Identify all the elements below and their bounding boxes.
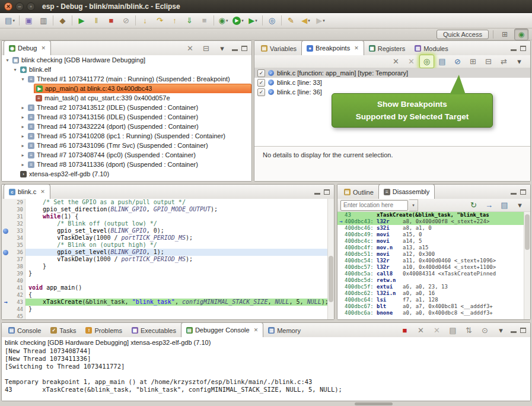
external-tools-button[interactable]: ▶▾ bbox=[246, 14, 260, 27]
disassembly-row[interactable]: 400dbc6a:bnonea0, a0, 0x400dbc8 <__adddf… bbox=[337, 310, 524, 316]
breakpoint-marker-icon[interactable] bbox=[3, 229, 8, 234]
disassembly-row[interactable]: 400dbc5a:call80x40084314 <xTaskCreatePin… bbox=[337, 271, 524, 277]
disassembly-row[interactable]: 400dbc51:movia12, 0x300 bbox=[337, 251, 524, 258]
debug-tree-item[interactable]: ▸≡Thread #6 1073431096 (Tmr Svc) (Suspen… bbox=[2, 141, 251, 150]
debug-tree-item[interactable]: ▸≡Thread #3 1073413156 (IDLE) (Suspended… bbox=[2, 112, 251, 122]
disassembly-row[interactable]: 400dbc64:lsif7, a1, 128 bbox=[337, 297, 524, 303]
editor-maximize-button[interactable] bbox=[324, 189, 330, 195]
collapse-twisty-icon[interactable]: ▾ bbox=[4, 58, 11, 63]
editor-marker-gutter[interactable] bbox=[2, 313, 9, 319]
tab-registers[interactable]: ▦Registers bbox=[364, 42, 410, 55]
editor-marker-gutter[interactable] bbox=[2, 256, 9, 263]
expand-twisty-icon[interactable]: ▸ bbox=[20, 162, 26, 167]
tab-executables[interactable]: ▦Executables bbox=[127, 323, 181, 337]
disassembly-row[interactable]: 400dbc4f:mov.na13, a15 bbox=[337, 245, 524, 251]
disassembly-listing[interactable]: 43xTaskCreate(&blink_task, "blink_tas→40… bbox=[337, 212, 524, 319]
breakpoints-minimize-button[interactable] bbox=[511, 46, 517, 51]
editor-line[interactable]: 32 /* Blink off (output low) */ bbox=[2, 220, 334, 227]
step-over-button[interactable]: ↷ bbox=[152, 14, 167, 27]
location-dropdown-icon[interactable]: ▾ bbox=[409, 199, 418, 211]
breakpoint-item[interactable]: ✓✓blink.c [line: 33] bbox=[254, 78, 530, 87]
debug-tree-item[interactable]: ≡main_task() at cpu_start.c:339 0x400d05… bbox=[2, 93, 251, 103]
debug-tree-item[interactable]: ▸≡Thread #7 1073408744 (ipc0) (Suspended… bbox=[2, 150, 251, 160]
breakpoint-marker-icon[interactable] bbox=[3, 250, 8, 255]
open-perspective-button[interactable]: ⊞ bbox=[498, 28, 512, 40]
editor-line[interactable]: 37 vTaskDelay(1000 / portTICK_PERIOD_MS)… bbox=[2, 256, 334, 263]
editor-marker-gutter[interactable] bbox=[2, 234, 9, 242]
remove-launch-button[interactable]: ✕ bbox=[413, 323, 428, 337]
disassembly-maximize-button[interactable] bbox=[520, 189, 526, 195]
editor-line[interactable]: 30 gpio_set_direction(BLINK_GPIO, GPIO_M… bbox=[2, 206, 334, 213]
terminate-button[interactable]: ■ bbox=[104, 14, 119, 27]
editor-line[interactable]: 45 bbox=[2, 313, 334, 319]
editor-marker-gutter[interactable] bbox=[2, 270, 9, 277]
step-return-button[interactable]: ↑ bbox=[167, 14, 182, 27]
breakpoints-maximize-button[interactable] bbox=[520, 46, 526, 51]
breakpoint-item[interactable]: ✓✓blink.c [function: app_main] [type: Te… bbox=[254, 68, 530, 78]
debug-tree-item[interactable]: ▶app_main() at blink.c:43 0x400dbc43 bbox=[2, 84, 251, 93]
editor-line[interactable]: 31 while(1) { bbox=[2, 213, 334, 220]
debug-tree-item[interactable]: ▸≡Thread #2 1073413512 (IDLE) (Suspended… bbox=[2, 103, 251, 112]
quick-access-button[interactable]: Quick Access bbox=[437, 30, 489, 39]
debug-tree-item[interactable]: ▸≡Thread #4 1073432224 (dport) (Suspende… bbox=[2, 122, 251, 131]
tab-blink-c[interactable]: cblink.c✕ bbox=[4, 184, 50, 199]
editor-line[interactable]: 29 /* Set the GPIO as a push/pull output… bbox=[2, 199, 334, 206]
editor-scrollbar[interactable] bbox=[327, 199, 334, 319]
tab-tasks[interactable]: ✓Tasks bbox=[46, 323, 81, 337]
print-button[interactable]: ▥ bbox=[36, 14, 51, 27]
close-tab-icon[interactable]: ✕ bbox=[40, 189, 45, 195]
close-tab-icon[interactable]: ✕ bbox=[354, 45, 359, 51]
debug-tree-item[interactable]: ▸≡Thread #5 1073410208 (ipc1 : Running) … bbox=[2, 131, 251, 141]
editor-line[interactable]: →43 xTaskCreate(&blink_task, "blink_task… bbox=[2, 299, 334, 306]
editor-scrollbar-thumb[interactable] bbox=[329, 256, 333, 302]
editor-line[interactable]: 38 } bbox=[2, 263, 334, 270]
debug-tree-item[interactable]: ▾▣blink checking [GDB Hardware Debugging… bbox=[2, 55, 251, 65]
expand-twisty-icon[interactable]: ▸ bbox=[20, 124, 26, 129]
expand-all-button[interactable]: ⊞ bbox=[466, 55, 480, 68]
back-button[interactable]: ◀▾ bbox=[298, 14, 313, 27]
pin-console-button[interactable]: ⊙ bbox=[477, 323, 492, 337]
instruction-stepping-button[interactable]: ≡ bbox=[197, 14, 212, 27]
window-close-button[interactable]: ✕ bbox=[4, 2, 12, 11]
breakpoint-checkbox[interactable]: ✓ bbox=[257, 88, 265, 96]
expand-twisty-icon[interactable]: ▸ bbox=[20, 105, 26, 110]
clear-console-button[interactable]: ▤ bbox=[445, 323, 460, 337]
breakpoint-checkbox[interactable]: ✓ bbox=[257, 69, 265, 77]
tab-disassembly[interactable]: ≡Disassembly bbox=[378, 184, 435, 199]
build-button[interactable]: ◆ bbox=[55, 14, 70, 27]
expand-twisty-icon[interactable]: ▸ bbox=[20, 143, 26, 148]
remove-all-terminated-button[interactable]: ✕ bbox=[429, 323, 444, 337]
run-button[interactable]: ▶▾ bbox=[231, 14, 246, 27]
remove-all-terminated-launches-button[interactable]: ✕ bbox=[183, 42, 197, 55]
tab-debug[interactable]: ◉Debug✕ bbox=[4, 40, 51, 56]
link-with-debug-view-button[interactable]: ⇄ bbox=[496, 55, 511, 68]
disassembly-row[interactable]: 400dbc5f:extuia6, a0, 23, 13 bbox=[337, 284, 524, 290]
editor-line[interactable]: 42{ bbox=[2, 291, 334, 299]
debug-tree-item[interactable]: ▸≡Thread #8 1073411336 (dport) (Suspende… bbox=[2, 160, 251, 169]
editor-marker-gutter[interactable] bbox=[2, 284, 9, 291]
disassembly-row[interactable]: →400dbc43:l32ra8, 0x400d00f8 <_stext+224… bbox=[337, 218, 524, 225]
editor-line[interactable]: 35 /* Blink on (output high) */ bbox=[2, 242, 334, 249]
console-output[interactable]: blink checking [GDB Hardware Debugging] … bbox=[2, 337, 530, 401]
go-to-file-for-breakpoint-button[interactable]: ▤ bbox=[435, 55, 450, 68]
editor-marker-gutter[interactable] bbox=[2, 206, 9, 213]
debug-tree-item[interactable]: ▾≡Thread #1 1073411772 (main : Running) … bbox=[2, 74, 251, 84]
breakpoints-view-menu-button[interactable]: ▾ bbox=[512, 55, 527, 68]
tab-problems[interactable]: !Problems bbox=[81, 323, 126, 337]
window-maximize-button[interactable]: ▫ bbox=[27, 2, 35, 11]
debug-perspective-button[interactable]: ◉ bbox=[514, 28, 528, 40]
disassembly-row[interactable]: 400dbc46:s32ia8, a1, 0 bbox=[337, 225, 524, 231]
editor-line[interactable]: 39} bbox=[2, 270, 334, 277]
tab-debugger-console[interactable]: ▤Debugger Console✕ bbox=[181, 322, 263, 338]
terminate-console-button[interactable]: ■ bbox=[397, 323, 412, 337]
editor-line[interactable]: 36 gpio_set_level(BLINK_GPIO, 1); bbox=[2, 249, 334, 256]
forward-button[interactable]: ▶▾ bbox=[313, 14, 328, 27]
tab-outline[interactable]: ▤Outline bbox=[339, 185, 378, 199]
editor-line[interactable]: 40 bbox=[2, 277, 334, 284]
disassembly-scrollbar[interactable] bbox=[524, 212, 530, 319]
editor-marker-gutter[interactable] bbox=[2, 277, 9, 284]
disassembly-row[interactable]: 400dbc62:l32i.na0, a0, 16 bbox=[337, 290, 524, 297]
step-into-button[interactable]: ↓ bbox=[138, 14, 152, 27]
resume-button[interactable]: ▶ bbox=[74, 14, 89, 27]
editor-line[interactable]: 44} bbox=[2, 306, 334, 313]
